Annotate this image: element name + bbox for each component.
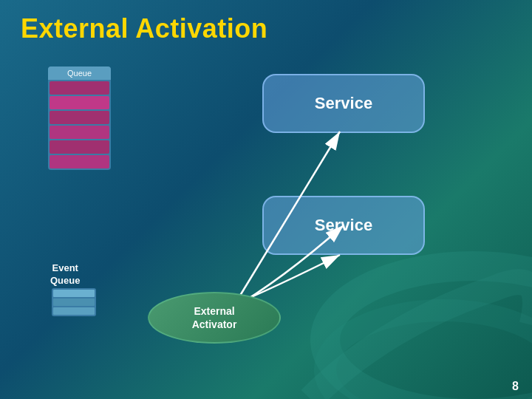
event-queue-box <box>52 288 96 316</box>
page-title: External Activation <box>21 13 267 44</box>
queue-item <box>50 81 109 95</box>
queue-item <box>50 140 109 154</box>
queue-item <box>50 126 109 139</box>
queue-item <box>50 111 109 124</box>
service-box-bottom: Service <box>262 196 425 255</box>
eq-item <box>53 299 95 306</box>
event-queue-label: Event Queue <box>50 262 80 287</box>
service-box-top: Service <box>262 74 425 133</box>
queue-item <box>50 96 109 109</box>
external-activator: External Activator <box>148 292 281 344</box>
eq-item <box>53 290 95 297</box>
external-activator-line1: External <box>194 304 234 318</box>
service-top-label: Service <box>315 94 372 113</box>
page-number: 8 <box>512 380 519 393</box>
external-activator-line2: Activator <box>192 318 237 331</box>
queue-label: Queue <box>48 66 111 80</box>
queue-item <box>50 155 109 168</box>
eq-item <box>53 307 95 315</box>
service-bottom-label: Service <box>315 216 372 235</box>
queue-box: Queue <box>48 66 111 170</box>
